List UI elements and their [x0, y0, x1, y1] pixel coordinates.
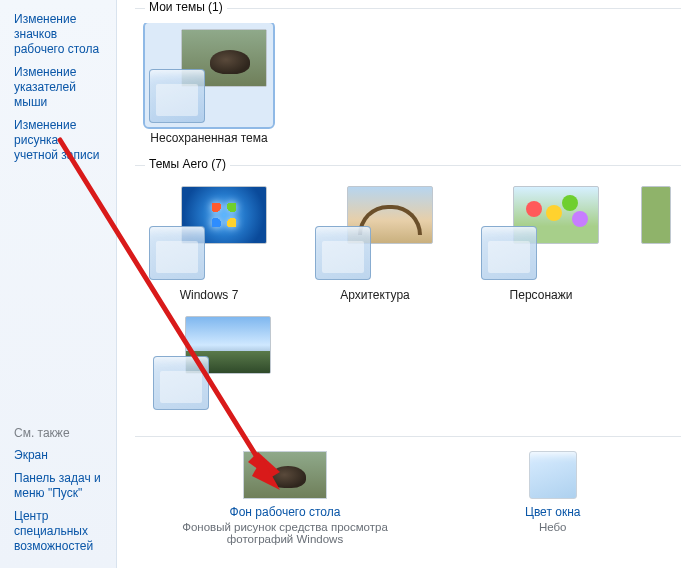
link-taskbar-start[interactable]: Панель задач и меню "Пуск" — [14, 467, 102, 505]
link-desktop-icons[interactable]: Изменение значков рабочего стола — [14, 8, 102, 61]
window-color-overlay — [153, 356, 209, 410]
link-ease-of-access[interactable]: Центр специальных возможностей — [14, 505, 102, 558]
sidebar-top-links: Изменение значков рабочего стола Изменен… — [14, 8, 102, 167]
main-panel: Мои темы (1) Несохраненная тема Темы Aer… — [117, 0, 681, 568]
desktop-background-value: Фоновый рисунок средства просмотра фотог… — [165, 521, 405, 545]
wallpaper-thumb — [641, 186, 671, 244]
bottom-settings-row: Фон рабочего стола Фоновый рисунок средс… — [135, 437, 681, 545]
theme-label: Архитектура — [340, 288, 410, 302]
theme-windows7[interactable]: Windows 7 — [139, 180, 279, 302]
setting-desktop-background[interactable]: Фон рабочего стола Фоновый рисунок средс… — [165, 451, 405, 545]
link-desktop-background[interactable]: Фон рабочего стола — [230, 505, 341, 519]
window-color-value: Небо — [539, 521, 567, 533]
window-color-overlay — [315, 226, 371, 280]
link-window-color[interactable]: Цвет окна — [525, 505, 580, 519]
window-color-overlay — [149, 69, 205, 123]
section-header-my-themes: Мои темы (1) — [145, 0, 227, 14]
theme-architecture[interactable]: Архитектура — [305, 180, 445, 302]
see-also-header: См. также — [14, 422, 102, 444]
section-aero-themes: Темы Aero (7) Windows 7 Архитектура — [135, 165, 681, 426]
window-color-overlay — [149, 226, 205, 280]
theme-characters[interactable]: Персонажи — [471, 180, 611, 302]
wallpaper-preview — [243, 451, 327, 499]
window-color-overlay — [481, 226, 537, 280]
link-display[interactable]: Экран — [14, 444, 102, 467]
theme-partial[interactable] — [637, 180, 677, 302]
section-my-themes: Мои темы (1) Несохраненная тема — [135, 8, 681, 153]
theme-label: Windows 7 — [180, 288, 239, 302]
link-mouse-pointers[interactable]: Изменение указателей мыши — [14, 61, 102, 114]
sidebar: Изменение значков рабочего стола Изменен… — [0, 0, 117, 568]
theme-label: Несохраненная тема — [150, 131, 267, 145]
theme-landscapes[interactable] — [143, 310, 283, 418]
section-header-aero: Темы Aero (7) — [145, 157, 230, 171]
setting-window-color[interactable]: Цвет окна Небо — [525, 451, 580, 533]
link-account-picture[interactable]: Изменение рисунка учетной записи — [14, 114, 102, 167]
theme-label: Персонажи — [510, 288, 573, 302]
theme-unsaved[interactable]: Несохраненная тема — [139, 23, 279, 145]
sidebar-see-also: См. также Экран Панель задач и меню "Пус… — [14, 422, 102, 558]
window-color-preview — [529, 451, 577, 499]
